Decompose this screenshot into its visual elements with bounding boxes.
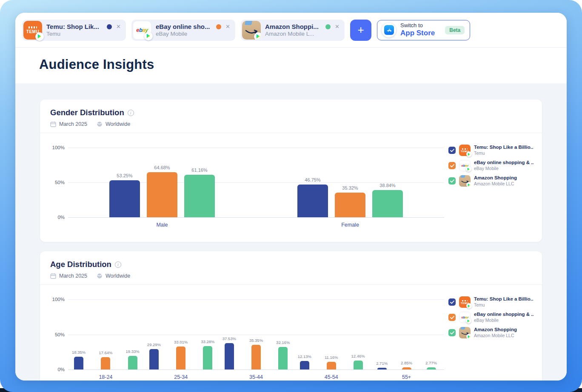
bar[interactable] — [300, 361, 309, 369]
bar[interactable] — [203, 346, 212, 369]
y-axis-tick-label: 100% — [52, 297, 65, 302]
checkbox-checked-icon[interactable] — [448, 298, 456, 306]
bar[interactable] — [297, 185, 328, 217]
temu-icon-marks — [462, 148, 468, 150]
bar-column: 18.35% — [72, 350, 86, 369]
bar[interactable] — [109, 180, 140, 217]
close-icon[interactable]: ✕ — [225, 23, 231, 30]
google-play-badge-icon — [466, 151, 472, 157]
bar-value-label: 2.77% — [425, 361, 437, 365]
legend-subtitle: Amazon Mobile LLC — [474, 181, 517, 187]
bar-value-label: 53.25% — [117, 173, 132, 178]
bar-value-label: 2.71% — [376, 361, 388, 366]
bar-column: 64.68% — [147, 165, 177, 217]
legend-title: eBay online shopping & ... — [474, 312, 534, 318]
age-y-axis: 100%50%0% — [48, 299, 68, 369]
amazon-icon-tape — [245, 21, 252, 25]
gender-bar-groups: 53.25%64.68%61.16%Male46.75%35.32%38.84%… — [68, 148, 444, 217]
legend-title: Temu: Shop Like a Billio... — [474, 145, 534, 151]
bar[interactable] — [128, 356, 137, 369]
bar[interactable] — [184, 175, 215, 217]
bar-column: 61.16% — [184, 168, 215, 217]
close-icon[interactable]: ✕ — [334, 23, 340, 30]
amazon-app-icon — [459, 175, 471, 187]
legend-subtitle: eBay Mobile — [474, 166, 534, 171]
legend-title: Amazon Shopping — [474, 327, 517, 333]
screenshot-stage: TEMU Temu: Shop Lik... ✕ Temu — [0, 0, 582, 392]
google-play-badge-icon — [466, 166, 471, 172]
bar[interactable] — [354, 361, 363, 369]
ebay-series-color-dot — [216, 24, 221, 29]
calendar-icon — [50, 273, 56, 279]
bar[interactable] — [278, 347, 288, 369]
tab-amazon[interactable]: Amazon Shoppi... ✕ Amazon Mobile L... — [241, 20, 345, 41]
tab-temu-text: Temu: Shop Lik... ✕ Temu — [46, 23, 122, 37]
bar[interactable] — [327, 362, 336, 369]
switch-to-app-store-button[interactable]: Switch to App Store Beta — [377, 20, 470, 40]
bar[interactable] — [74, 357, 83, 369]
age-card-title: Age Distribution — [50, 260, 111, 269]
x-axis-baseline — [68, 217, 444, 218]
bar[interactable] — [251, 345, 261, 369]
legend-item-amazon[interactable]: Amazon Shopping Amazon Mobile LLC — [448, 326, 534, 339]
checkbox-checked-icon[interactable] — [448, 147, 456, 154]
bar-column: 19.33% — [126, 349, 140, 369]
bar-column: 32.16% — [276, 340, 290, 369]
category-label: Male — [68, 222, 256, 228]
close-icon[interactable]: ✕ — [115, 23, 122, 30]
age-plot-area: 18.35%17.64%19.33%18-2429.29%33.01%33.28… — [68, 299, 444, 369]
legend-item-amazon[interactable]: Amazon Shopping Amazon Mobile LLC — [448, 174, 534, 187]
main-content: Gender Distribution i March 2025 Worldwi… — [15, 83, 567, 381]
google-play-badge-icon — [254, 32, 261, 40]
bar-value-label: 2.85% — [401, 361, 412, 365]
info-icon[interactable]: i — [128, 110, 134, 116]
legend-item-ebay[interactable]: ebay eBay online shopping & ... eBay Mob… — [448, 311, 534, 324]
legend-item-temu[interactable]: TEMU Temu: Shop Like a Billio... Temu — [448, 144, 534, 157]
gender-region-label: Worldwide — [106, 121, 130, 127]
tab-amazon-subtitle: Amazon Mobile L... — [265, 31, 340, 37]
age-legend: TEMU Temu: Shop Like a Billio... Temu — [448, 295, 534, 339]
tab-temu[interactable]: TEMU Temu: Shop Lik... ✕ Temu — [22, 20, 126, 41]
globe-icon — [97, 121, 103, 127]
bar[interactable] — [147, 172, 177, 217]
legend-subtitle: Temu — [474, 151, 534, 156]
bar[interactable] — [335, 193, 365, 217]
amazon-icon-tape — [460, 327, 465, 330]
bar[interactable] — [101, 357, 110, 369]
bar[interactable] — [427, 367, 436, 369]
amazon-app-icon — [242, 21, 261, 40]
bar-column: 2.71% — [376, 361, 388, 369]
checkbox-checked-icon[interactable] — [448, 329, 456, 336]
bar[interactable] — [225, 343, 234, 369]
bar[interactable] — [377, 368, 387, 369]
bar-column: 12.13% — [298, 354, 311, 369]
bar[interactable] — [402, 367, 411, 369]
bar[interactable] — [149, 349, 159, 369]
legend-item-ebay[interactable]: ebay eBay online shopping & ... eBay Mob… — [448, 159, 534, 172]
bar-group: 29.29%33.01%33.28%25-34 — [143, 299, 219, 369]
category-label: Female — [256, 222, 444, 228]
legend-item-temu[interactable]: TEMU Temu: Shop Like a Billio... Temu — [448, 295, 534, 309]
globe-icon — [97, 273, 103, 279]
add-app-button[interactable]: + — [350, 20, 371, 41]
app-store-icon — [384, 25, 394, 35]
y-axis-tick-label: 50% — [55, 180, 65, 185]
bar[interactable] — [176, 347, 185, 369]
checkbox-checked-icon[interactable] — [448, 177, 456, 185]
tab-ebay[interactable]: ebay eBay online sho... ✕ eBay Mobile — [131, 20, 235, 41]
info-icon[interactable]: i — [115, 261, 121, 268]
beta-badge: Beta — [445, 26, 465, 34]
gender-plot-area: 53.25%64.68%61.16%Male46.75%35.32%38.84%… — [68, 148, 444, 217]
legend-subtitle: Temu — [474, 302, 534, 308]
amazon-series-color-dot — [325, 24, 331, 29]
checkbox-checked-icon[interactable] — [448, 314, 456, 321]
amazon-icon-tape — [460, 175, 465, 178]
bar-column: 35.35% — [249, 338, 263, 369]
bar-group: 53.25%64.68%61.16%Male — [68, 148, 256, 217]
page-title: Audience Insights — [39, 57, 543, 72]
page-header: Audience Insights — [15, 48, 567, 83]
legend-subtitle: Amazon Mobile LLC — [474, 333, 517, 338]
age-card-header: Age Distribution i March 2025 Worldwide — [40, 251, 542, 284]
checkbox-checked-icon[interactable] — [448, 162, 456, 169]
bar[interactable] — [372, 190, 403, 217]
